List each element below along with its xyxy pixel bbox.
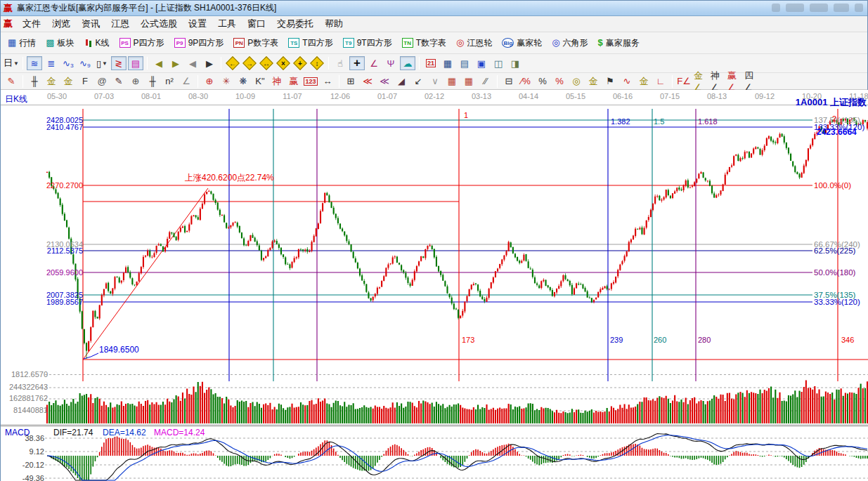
- trend-lines-icon[interactable]: ↙: [410, 74, 426, 88]
- spiderweb-icon[interactable]: ✳: [219, 74, 234, 88]
- price-frame-icon[interactable]: ⊞: [343, 74, 358, 88]
- chart-area[interactable]: 05-3007-0308-0108-3010-0911-0712-0601-07…: [1, 90, 868, 481]
- remote-pc-icon[interactable]: ◨: [507, 56, 523, 70]
- first-page-icon[interactable]: ◀: [151, 56, 167, 70]
- toolbar-button-hexagon[interactable]: ◎六角形: [547, 35, 592, 51]
- percent-level-icon[interactable]: %: [552, 74, 567, 88]
- pattern-tool-icon[interactable]: ≷: [111, 56, 127, 70]
- toolbar-button-quotes[interactable]: ▦行情: [3, 35, 41, 51]
- angle-measure-icon[interactable]: ∠: [366, 56, 382, 70]
- last-page-icon[interactable]: ▶: [168, 56, 183, 70]
- f-angle-icon[interactable]: F∠: [676, 74, 692, 88]
- toolbar-button-t-square[interactable]: TST四方形: [283, 35, 337, 51]
- kline-period-dropdown[interactable]: 日▼: [4, 56, 19, 70]
- menu-item-9[interactable]: 交易委托: [271, 16, 319, 32]
- gold-ratio-grid-icon[interactable]: 金: [44, 74, 59, 88]
- zigzag-valley-icon[interactable]: ∨: [427, 74, 443, 88]
- gold-channel-icon[interactable]: 金: [636, 74, 652, 88]
- four-angle-icon[interactable]: 四∠: [744, 74, 759, 88]
- time-ruler-icon[interactable]: ╫: [145, 74, 160, 88]
- notes-icon[interactable]: ▤: [457, 56, 472, 70]
- shen-angle-icon[interactable]: 神∠: [710, 74, 725, 88]
- ray-fan-icon[interactable]: ≪: [360, 74, 375, 88]
- spiderweb2-icon[interactable]: ❋: [235, 74, 251, 88]
- cloud-tool-icon[interactable]: ☁: [400, 56, 415, 70]
- ying-grid-icon[interactable]: 赢: [286, 74, 302, 88]
- angle-ruler-icon[interactable]: ∠: [179, 74, 194, 88]
- right-angle-icon[interactable]: ∟: [653, 74, 668, 88]
- spiral-icon[interactable]: @: [94, 74, 110, 88]
- price-mark-icon[interactable]: ⚑: [602, 74, 618, 88]
- toolbar-button-sectors[interactable]: ▩板块: [41, 35, 79, 51]
- cycle-circle-icon[interactable]: ⊕: [128, 74, 143, 88]
- titlebar[interactable]: 赢 赢家江恩专业版[赢家内部服务平台] - [上证指数 SH1A0001-376…: [1, 1, 867, 16]
- toolbar-button-p-number-table[interactable]: PNP数字表: [228, 35, 283, 51]
- menu-item-5[interactable]: 公式选股: [135, 16, 183, 32]
- draw-arrow-icon[interactable]: ✎: [4, 74, 19, 88]
- zoom-in-icon[interactable]: +: [292, 56, 308, 70]
- volume-profile-icon[interactable]: ▤: [128, 56, 143, 70]
- measure-pencil-icon[interactable]: ✎: [111, 74, 127, 88]
- shift-left-icon[interactable]: ←: [225, 56, 240, 70]
- chart-canvas[interactable]: [1, 90, 868, 481]
- stats-table-icon[interactable]: ⊟: [501, 74, 517, 88]
- gold-circle-icon[interactable]: ◎: [569, 74, 584, 88]
- gann-tree-icon[interactable]: Ψ: [383, 56, 399, 70]
- gold-angle-icon[interactable]: 金∠: [693, 74, 708, 88]
- candle-style-dropdown[interactable]: ▯▼: [94, 56, 110, 70]
- menu-item-4[interactable]: 江恩: [105, 16, 135, 32]
- gold-ratio-grid2-icon[interactable]: 金: [60, 74, 76, 88]
- network-share-icon[interactable]: ◫: [491, 56, 506, 70]
- red-grid-arrow-icon[interactable]: ▦: [461, 74, 477, 88]
- toolbar-button-gann-wheel[interactable]: ◎江恩轮: [451, 35, 497, 51]
- toolbar-button-p-square[interactable]: PSP四方形: [115, 35, 169, 51]
- crosshair-icon[interactable]: +: [349, 56, 365, 70]
- menu-item-10[interactable]: 帮助: [319, 16, 349, 32]
- k-count-icon[interactable]: K": [252, 74, 268, 88]
- n-square-icon[interactable]: n²: [162, 74, 177, 88]
- toolbar-button-winner-service[interactable]: $赢家服务: [593, 35, 644, 51]
- number-grid-icon[interactable]: 123: [303, 74, 318, 88]
- box-fan-icon[interactable]: ◢: [394, 74, 409, 88]
- toolbar-button-9p-square[interactable]: P99P四方形: [169, 35, 229, 51]
- red-grid-icon[interactable]: ▦: [444, 74, 460, 88]
- prev-page-icon[interactable]: ◀: [185, 56, 200, 70]
- menu-item-6[interactable]: 设置: [183, 16, 212, 32]
- menu-item-3[interactable]: 资讯: [76, 16, 105, 32]
- calendar-icon[interactable]: 21: [423, 56, 439, 70]
- parallel-slash-icon[interactable]: ∕∕: [478, 74, 493, 88]
- compress-icon[interactable]: ×: [276, 56, 291, 70]
- wave-9-icon[interactable]: ∿₉: [77, 56, 93, 70]
- ray-fan-purple-icon[interactable]: ≪: [377, 74, 392, 88]
- toolbar-button-kline[interactable]: K线: [79, 35, 115, 51]
- gold-level-icon[interactable]: 金: [585, 74, 601, 88]
- width-arrow-icon[interactable]: ↔: [320, 74, 335, 88]
- save-icon[interactable]: ▣: [474, 56, 489, 70]
- vertical-grid-icon[interactable]: ╫: [27, 74, 42, 88]
- shen-grid-icon[interactable]: 神: [269, 74, 285, 88]
- toolbar-button-9t-square[interactable]: T99T四方形: [338, 35, 397, 51]
- menu-item-7[interactable]: 工具: [212, 16, 242, 32]
- wave-3-icon[interactable]: ∿₃: [60, 56, 76, 70]
- shift-right-icon[interactable]: →: [242, 56, 257, 70]
- calculator-icon[interactable]: ▦: [440, 56, 455, 70]
- ying-angle-icon[interactable]: 赢∠: [727, 74, 742, 88]
- toolbar-button-t-number-table[interactable]: TNT数字表: [397, 35, 451, 51]
- expand-horizontal-icon[interactable]: ↔: [259, 56, 274, 70]
- zoom-all-icon[interactable]: ↕: [309, 56, 325, 70]
- toolbar-button-winner-wheel[interactable]: Big赢家轮: [497, 35, 547, 51]
- menu-item-8[interactable]: 窗口: [242, 16, 271, 32]
- wave-percent-icon[interactable]: ∿: [619, 74, 635, 88]
- gann-target-icon[interactable]: ⊕: [202, 74, 217, 88]
- percent-change-icon[interactable]: ∕%: [518, 74, 533, 88]
- pan-hand-icon[interactable]: ☝: [332, 56, 348, 70]
- gann-price-label-clip: 2270.2700: [44, 181, 84, 190]
- next-page-icon[interactable]: ▶: [202, 56, 217, 70]
- menu-item-1[interactable]: 文件: [17, 16, 46, 32]
- menu-item-2[interactable]: 浏览: [46, 16, 76, 32]
- indicator-window-icon[interactable]: ≋: [27, 56, 42, 70]
- fibonacci-grid-icon[interactable]: F: [77, 74, 93, 88]
- percent-icon[interactable]: %: [535, 74, 550, 88]
- info-panel-icon[interactable]: ≣: [44, 56, 59, 70]
- fibonacci-grid-icon-glyph: F: [82, 76, 88, 86]
